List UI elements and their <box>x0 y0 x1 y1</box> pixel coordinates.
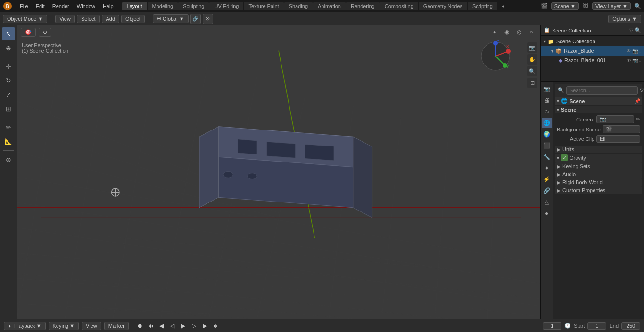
edit-camera-icon[interactable]: ✏ <box>636 116 640 122</box>
next-frame-button[interactable]: ▷ <box>190 321 199 331</box>
object-properties-icon[interactable]: ⬛ <box>542 140 552 151</box>
end-frame-input[interactable] <box>621 322 640 330</box>
tool-transform[interactable]: ⊞ <box>2 102 15 115</box>
tool-select[interactable]: ↖ <box>2 27 15 40</box>
outliner-row-razor-blade-001[interactable]: ◆ Razor_Blade_001 👁 📷 ↓ <box>541 56 644 65</box>
outliner-row-scene-collection[interactable]: ▾ 📁 Scene Collection <box>541 37 644 46</box>
tool-cursor[interactable]: ⊕ <box>2 41 15 55</box>
gravity-checkbox[interactable]: ✓ <box>561 154 568 161</box>
menu-edit[interactable]: Edit <box>32 2 49 10</box>
tab-texture-paint[interactable]: Texture Paint <box>244 2 283 10</box>
marker-dropdown[interactable]: Marker <box>104 322 129 330</box>
audio-section[interactable]: ▶ Audio <box>555 170 642 178</box>
tool-add[interactable]: ⊕ <box>2 153 15 166</box>
playback-dropdown[interactable]: ⏯ Playback ▼ <box>4 322 46 330</box>
play-button[interactable]: ▶ <box>179 321 188 331</box>
gravity-section[interactable]: ▾ ✓ Gravity <box>555 154 642 162</box>
tool-hand[interactable]: ✋ <box>527 54 537 65</box>
menu-render[interactable]: Render <box>49 2 73 10</box>
tab-animation[interactable]: Animation <box>313 2 346 10</box>
options-button[interactable]: Options ▼ <box>608 15 641 23</box>
active-clip-value[interactable]: 🎞 <box>596 135 640 143</box>
object-mode-dropdown[interactable]: Object Mode ▼ <box>3 15 47 23</box>
jump-to-start-button[interactable]: ⏮ <box>146 321 156 331</box>
tab-sculpting[interactable]: Sculpting <box>178 2 209 10</box>
tool-move[interactable]: ✛ <box>2 60 15 73</box>
scene-section-header[interactable]: ▾ 🌐 Scene 📌 <box>555 97 642 105</box>
scene-selector[interactable]: Scene ▼ <box>551 2 579 10</box>
physics-properties-icon[interactable]: ⚡ <box>542 174 552 185</box>
render-properties-icon[interactable]: 📷 <box>542 84 552 94</box>
render-icon-2[interactable]: 📷 <box>632 58 638 63</box>
tab-layout[interactable]: Layout <box>122 2 147 10</box>
data-properties-icon[interactable]: △ <box>542 197 552 207</box>
outliner-row-razor-blade[interactable]: ▾ 📦 Razor_Blade 👁 📷 ↓ <box>541 46 644 56</box>
visibility-icon-2[interactable]: 👁 <box>627 58 631 63</box>
tool-camera[interactable]: 📷 <box>527 42 537 53</box>
view-layer-selector[interactable]: View Layer ▼ <box>592 2 631 10</box>
blender-logo[interactable]: B <box>2 0 13 12</box>
select-icon-2[interactable]: ↓ <box>639 58 641 63</box>
viewport-3d[interactable]: 🎯 ⊙ ● ◉ ◎ ○ User Perspective (1) Scene C… <box>17 25 540 319</box>
start-frame-input[interactable] <box>587 322 606 330</box>
tab-modeling[interactable]: Modeling <box>148 2 178 10</box>
scene-properties-icon[interactable]: 🌐 <box>542 118 552 128</box>
visibility-icon[interactable]: 👁 <box>627 49 631 54</box>
viewport-overlay-dropdown[interactable]: ⊙ <box>39 28 51 37</box>
select-icon[interactable]: ↓ <box>639 49 641 54</box>
tab-shading[interactable]: Shading <box>284 2 313 10</box>
add-workspace-button[interactable]: + <box>498 2 508 10</box>
view-layer-properties-icon[interactable]: 🗂 <box>542 106 552 117</box>
tool-annotate[interactable]: ✏ <box>2 121 15 134</box>
keying-sets-section[interactable]: ▶ Keying Sets <box>555 162 642 170</box>
object-menu[interactable]: Object <box>121 15 145 23</box>
keying-dropdown[interactable]: Keying ▼ <box>49 322 79 330</box>
output-properties-icon[interactable]: 🖨 <box>542 95 552 105</box>
prev-keyframe-button[interactable]: ◀ <box>157 321 166 331</box>
tool-zoom[interactable]: 🔍 <box>527 66 537 76</box>
view-menu[interactable]: View <box>55 15 75 23</box>
filter-icon[interactable]: ▽ <box>640 87 644 93</box>
transform-dropdown[interactable]: ⊕ Global ▼ <box>153 14 189 23</box>
viewport-shading-solid[interactable]: ● <box>489 27 500 37</box>
tool-measure[interactable]: 📐 <box>2 135 15 148</box>
menu-window[interactable]: Window <box>73 2 99 10</box>
rigid-body-world-section[interactable]: ▶ Rigid Body World <box>555 178 642 186</box>
snap-button[interactable]: 🔗 <box>190 14 201 24</box>
tool-rotate[interactable]: ↻ <box>2 74 15 87</box>
tab-compositing[interactable]: Compositing <box>380 2 418 10</box>
tab-geometry-nodes[interactable]: Geometry Nodes <box>419 2 467 10</box>
tab-rendering[interactable]: Rendering <box>346 2 380 10</box>
select-menu[interactable]: Select <box>77 15 100 23</box>
current-frame-input[interactable] <box>543 322 561 330</box>
particles-properties-icon[interactable]: ✦ <box>542 163 552 173</box>
next-keyframe-button[interactable]: ▶ <box>200 321 210 331</box>
viewport-shading-dropdown[interactable]: 🎯 <box>21 28 36 37</box>
pin-icon[interactable]: 📌 <box>635 98 640 104</box>
scene-selector-icon[interactable]: 🎬 <box>540 1 549 11</box>
view-dropdown[interactable]: View <box>82 322 101 330</box>
record-button[interactable]: ⏺ <box>135 321 145 331</box>
options-dropdown[interactable]: Options ▼ <box>608 15 641 23</box>
menu-file[interactable]: File <box>16 2 32 10</box>
viewport-shading-wireframe[interactable]: ○ <box>526 27 537 37</box>
camera-value[interactable]: 📷 <box>596 115 634 123</box>
outliner-filter-icon[interactable]: ▽ <box>629 27 633 33</box>
tool-perspective[interactable]: ⊡ <box>527 78 537 88</box>
tab-uv-editing[interactable]: UV Editing <box>209 2 243 10</box>
view-layer-icon[interactable]: 🖼 <box>581 1 590 11</box>
proportional-edit[interactable]: ⊙ <box>203 14 213 24</box>
viewport-shading-material[interactable]: ◉ <box>502 27 512 37</box>
navigation-gizmo[interactable]: X Y Z <box>479 40 512 73</box>
tab-scripting[interactable]: Scripting <box>468 2 497 10</box>
constraints-properties-icon[interactable]: 🔗 <box>542 186 552 196</box>
scene-sub-header[interactable]: ▾ Scene <box>555 106 642 113</box>
modifier-properties-icon[interactable]: 🔧 <box>542 152 552 162</box>
add-menu[interactable]: Add <box>102 15 120 23</box>
world-properties-icon[interactable]: 🌍 <box>542 129 552 139</box>
render-icon[interactable]: 📷 <box>632 49 638 54</box>
background-scene-value[interactable]: 🎬 <box>603 125 640 133</box>
tool-scale[interactable]: ⤢ <box>2 88 15 101</box>
properties-search-input[interactable] <box>566 86 638 95</box>
viewport-shading-rendered[interactable]: ◎ <box>514 27 524 37</box>
